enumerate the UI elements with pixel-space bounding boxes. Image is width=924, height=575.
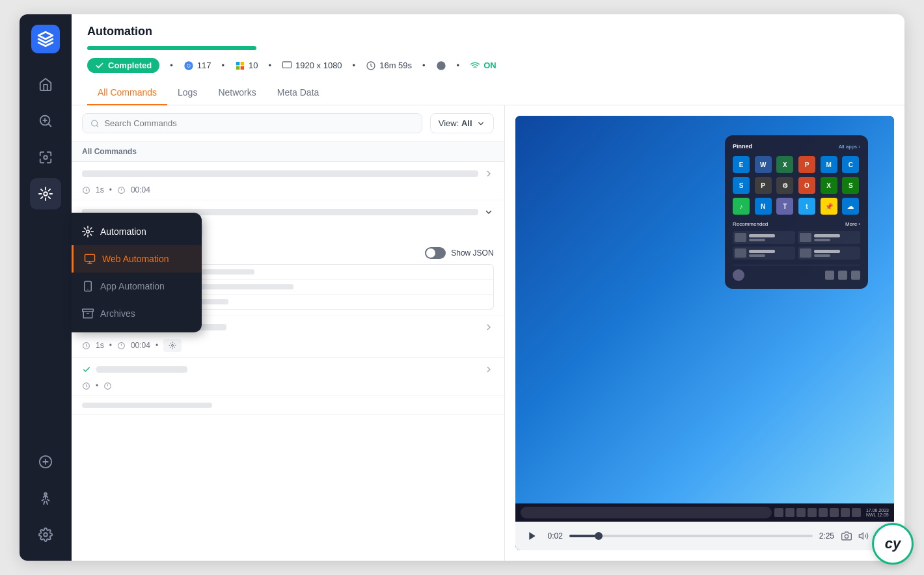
taskbar-icon	[841, 508, 850, 517]
svg-point-28	[437, 61, 445, 70]
flyout-item-archives[interactable]: Archives	[72, 300, 202, 327]
sidebar-item-accessibility[interactable]	[30, 483, 61, 514]
play-button[interactable]	[523, 527, 541, 545]
meta-dot-2: •	[221, 60, 224, 70]
rec-text	[749, 234, 793, 241]
sidebar-item-add[interactable]	[30, 446, 61, 477]
search-box[interactable]	[82, 113, 422, 133]
svg-point-11	[87, 230, 90, 234]
svg-rect-24	[236, 66, 239, 69]
app-icon-ppt: P	[798, 156, 815, 173]
windows-icon	[235, 60, 245, 71]
meta-windows: 10	[235, 60, 258, 71]
rec-name	[814, 234, 840, 237]
video-progress-track[interactable]	[569, 535, 813, 537]
rec-text	[749, 250, 793, 257]
app-icon-office: O	[798, 177, 815, 194]
tab-networks[interactable]: Networks	[208, 81, 266, 105]
command-row-5[interactable]	[72, 396, 504, 414]
flyout-menu: Automation Web Automation App Automation	[72, 213, 202, 332]
flyout-item-automation[interactable]: Automation	[72, 218, 202, 245]
tab-meta-data[interactable]: Meta Data	[267, 81, 330, 105]
meta-resolution: 1920 x 1080	[282, 60, 342, 71]
app-icon-teams: T	[776, 198, 793, 215]
taskbar-time: 17.06.2023NWL 12:09	[866, 508, 889, 517]
rec-name	[814, 250, 840, 253]
sidebar-item-settings[interactable]	[30, 519, 61, 550]
timer-icon-4	[82, 382, 90, 390]
meta-dot-6: •	[457, 60, 460, 70]
meta-chrome: 117	[183, 60, 211, 71]
status-icon	[436, 60, 446, 71]
volume-button[interactable]	[858, 530, 869, 542]
video-container: Pinned All apps › E W X P M C	[515, 116, 894, 550]
sidebar-logo[interactable]	[31, 25, 60, 53]
show-json-toggle[interactable]	[425, 247, 446, 259]
svg-marker-49	[859, 533, 863, 539]
start-menu-footer	[733, 265, 860, 281]
app-icon-excel: X	[776, 156, 793, 173]
app-icon-store: S	[733, 177, 750, 194]
flyout-item-web-automation[interactable]: Web Automation	[72, 245, 202, 273]
all-apps-link: All apps ›	[839, 144, 860, 150]
chevron-down-icon	[476, 119, 485, 128]
svg-point-21	[187, 64, 190, 67]
sidebar-item-scan[interactable]	[30, 142, 61, 173]
taskbar-icons	[774, 508, 861, 517]
svg-line-30	[96, 125, 98, 126]
clock-icon	[366, 60, 376, 71]
chevron-right-icon-4	[483, 364, 494, 375]
check-icon	[95, 61, 104, 70]
taskbar: 17.06.2023NWL 12:09	[515, 503, 894, 522]
status-badge: Completed	[87, 58, 159, 73]
sidebar-item-home[interactable]	[30, 69, 61, 100]
taskbar-search	[521, 507, 772, 518]
taskbar-icon	[808, 508, 817, 517]
rec-sub	[814, 254, 830, 257]
sidebar-item-explore[interactable]	[30, 105, 61, 137]
rec-text	[814, 250, 858, 257]
video-progress-thumb	[595, 532, 603, 540]
cmd-sep-1: •	[109, 185, 112, 194]
command-row-1[interactable]	[72, 162, 504, 185]
command-row-4[interactable]	[72, 358, 504, 381]
rec-sub	[814, 239, 830, 241]
tab-logs[interactable]: Logs	[167, 81, 208, 105]
flyout-label-app-automation: App Automation	[100, 281, 165, 291]
timer-icon	[82, 186, 90, 194]
svg-marker-47	[529, 532, 535, 540]
rec-item	[798, 247, 860, 260]
cmd-time-1: 00:04	[131, 185, 150, 194]
view-dropdown[interactable]: View: All	[430, 113, 494, 133]
sidebar-item-automation[interactable]	[30, 178, 61, 209]
gear-icon-3	[169, 341, 176, 349]
status-badge-label: Completed	[108, 60, 152, 70]
pinned-label: Pinned	[733, 143, 752, 150]
cmd-time-3: 00:04	[131, 341, 150, 350]
stopwatch-icon-4	[103, 382, 112, 390]
screenshot-button[interactable]	[841, 530, 852, 542]
taskbar-icon	[852, 508, 861, 517]
commands-section-header: All Commands	[72, 142, 504, 162]
svg-rect-17	[83, 309, 94, 312]
main-header: Automation Completed •	[72, 14, 904, 105]
progress-bar	[87, 46, 256, 50]
cmd-label-5	[82, 403, 212, 408]
progress-bar-fill	[87, 46, 256, 50]
svg-rect-25	[241, 66, 244, 69]
rec-icon	[800, 248, 811, 258]
search-input[interactable]	[104, 118, 413, 128]
flyout-item-app-automation[interactable]: App Automation	[72, 273, 202, 300]
tab-all-commands[interactable]: All Commands	[87, 81, 167, 105]
play-icon	[527, 531, 537, 541]
app-grid: E W X P M C S P ⚙ O	[733, 156, 860, 215]
meta-dot-5: •	[422, 60, 426, 70]
sidebar: Automation Web Automation App Automation	[20, 14, 72, 561]
list-item	[72, 396, 504, 415]
svg-line-1	[48, 124, 51, 126]
footer-icon	[838, 271, 847, 280]
cmd-duration-3: 1s	[96, 341, 104, 350]
rec-item	[733, 231, 795, 244]
rec-item	[733, 247, 795, 260]
svg-point-4	[44, 155, 48, 159]
